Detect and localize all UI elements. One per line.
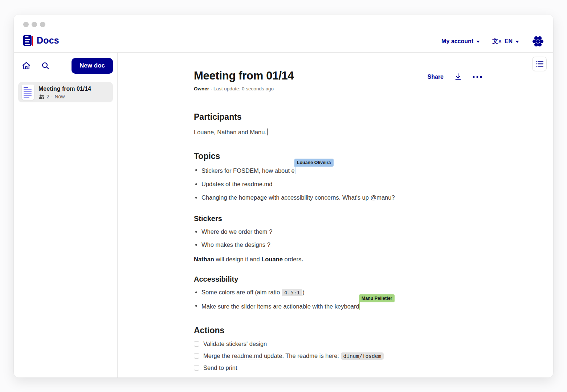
people-icon (38, 94, 45, 99)
list-item[interactable]: Who makes the designs ? (194, 241, 482, 249)
list-item[interactable]: Changing the homepage with accessibility… (194, 193, 482, 202)
list-item[interactable]: Make sure the slider items are actionabl… (194, 302, 482, 311)
search-icon (41, 61, 50, 70)
window-controls (23, 22, 45, 27)
app-window: Docs My account 文A EN (14, 15, 553, 377)
docs-logo-icon (23, 35, 33, 46)
download-button[interactable] (454, 73, 462, 81)
document-area: Meeting from 01/14 Share (118, 53, 553, 377)
document-list: Meeting from 01/14 2 · Now (14, 79, 117, 105)
document-item-title: Meeting from 01/14 (38, 86, 91, 92)
stickers-list: Where do we order them ? Who makes the d… (194, 228, 482, 250)
heading-actions: Actions (194, 326, 482, 335)
download-icon (454, 73, 462, 81)
remote-cursor-louane: Louane Oliveira (295, 166, 296, 174)
task-checkbox[interactable] (194, 341, 199, 347)
list-item[interactable]: Stickers for FOSDEM, how about eLouane O… (194, 166, 482, 175)
list-item[interactable]: Where do we order them ? (194, 228, 482, 236)
chevron-down-icon (476, 41, 480, 43)
more-options-button[interactable] (473, 76, 482, 78)
window-dot[interactable] (40, 22, 45, 27)
task-item: Validate stickers' design (194, 340, 482, 347)
translate-icon: 文A (492, 37, 502, 45)
title-divider (194, 101, 482, 101)
search-button[interactable] (41, 61, 50, 70)
last-update-text: Last update: 0 seconds ago (213, 86, 274, 91)
my-account-menu[interactable]: My account (441, 38, 480, 45)
heading-topics: Topics (194, 151, 482, 161)
sidebar: New doc Meeting from 01/14 2 (14, 53, 118, 377)
heading-participants: Participants (194, 112, 482, 122)
list-icon (536, 61, 543, 67)
table-of-contents-button[interactable] (532, 57, 547, 71)
app-logo[interactable]: Docs (23, 35, 59, 46)
inline-code: dinum/fosdem (341, 352, 384, 360)
task-item: Send to print (194, 364, 482, 371)
document-canvas: Meeting from 01/14 Share (118, 69, 482, 377)
document-meta: Owner · Last update: 0 seconds ago (194, 86, 482, 91)
chevron-down-icon (515, 41, 519, 43)
window-dot[interactable] (32, 22, 37, 27)
actions-checklist: Validate stickers' design Merge the read… (194, 340, 482, 371)
participants-text[interactable]: Louane, Nathan and Manu. (194, 128, 482, 137)
list-item[interactable]: Some colors are off (aim ratio 4.5:1) (194, 288, 482, 297)
heading-stickers: Stickers (194, 215, 482, 223)
text-cursor (267, 128, 268, 135)
heading-accessibility: Accessibility (194, 275, 482, 283)
list-item[interactable]: Updates of the readme.md (194, 180, 482, 189)
remote-cursor-label: Manu Pelletier (359, 294, 395, 302)
task-label[interactable]: Send to print (203, 364, 237, 371)
home-icon (22, 61, 31, 70)
window-dot[interactable] (23, 22, 29, 27)
readme-link[interactable]: readme.md (232, 352, 262, 359)
task-checkbox[interactable] (194, 365, 199, 371)
stickers-note[interactable]: Nathan will design it and Louane orders. (194, 256, 482, 263)
accessibility-list: Some colors are off (aim ratio 4.5:1) Ma… (194, 288, 482, 311)
document-list-item[interactable]: Meeting from 01/14 2 · Now (18, 82, 113, 102)
page-title: Meeting from 01/14 (194, 69, 294, 82)
task-checkbox[interactable] (194, 353, 199, 359)
sidebar-toolbar: New doc (14, 53, 117, 79)
services-grid-button[interactable] (531, 35, 544, 48)
language-label: EN (505, 38, 513, 45)
remote-cursor-label: Louane Oliveira (294, 159, 334, 167)
language-selector[interactable]: 文A EN (492, 37, 519, 45)
task-label[interactable]: Validate stickers' design (203, 340, 267, 347)
document-icon (22, 85, 34, 100)
gaufre-icon (531, 35, 544, 48)
document-actions: Share (428, 73, 482, 82)
my-account-label: My account (441, 38, 473, 45)
ellipsis-icon (473, 76, 482, 78)
topics-list: Stickers for FOSDEM, how about eLouane O… (194, 166, 482, 202)
home-button[interactable] (22, 61, 31, 70)
app-name: Docs (37, 35, 59, 46)
remote-cursor-manu: Manu Pelletier (359, 302, 360, 310)
task-item: Merge the readme.md update. The readme i… (194, 352, 482, 359)
document-item-meta: 2 · Now (38, 94, 91, 99)
task-label[interactable]: Merge the readme.md update. The readme i… (203, 352, 384, 359)
app-header: Docs My account 文A EN (14, 15, 553, 53)
inline-code: 4.5:1 (282, 289, 303, 296)
new-doc-button[interactable]: New doc (72, 58, 113, 74)
owner-badge: Owner (194, 86, 209, 91)
share-button[interactable]: Share (428, 74, 444, 80)
